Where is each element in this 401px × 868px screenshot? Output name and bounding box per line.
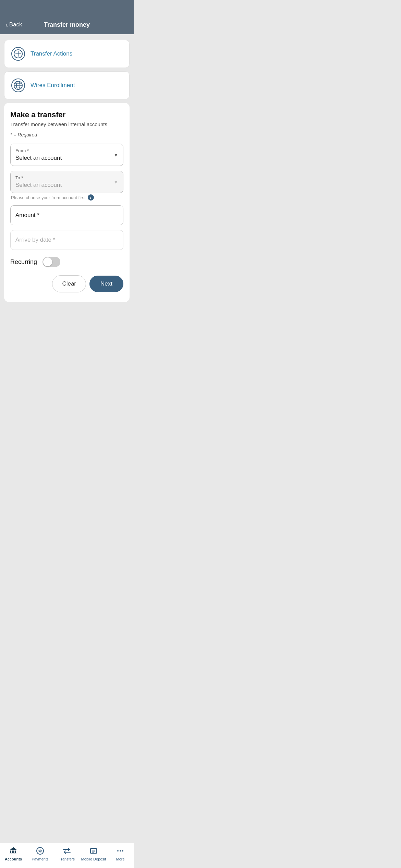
info-icon[interactable]: i	[88, 194, 94, 201]
recurring-label: Recurring	[10, 258, 37, 266]
form-title: Make a transfer	[10, 110, 123, 119]
transfer-form: Make a transfer Transfer money between i…	[4, 103, 130, 302]
helper-text-label: Please choose your from account first	[11, 195, 86, 200]
amount-label: Amount *	[15, 212, 39, 218]
transfer-actions-label: Transfer Actions	[31, 50, 72, 57]
to-helper-text: Please choose your from account first i	[10, 194, 123, 201]
to-value: Select an account	[15, 182, 118, 189]
plus-circle-icon	[11, 47, 25, 61]
to-account-select[interactable]: To * Select an account ▼	[10, 171, 123, 193]
clear-button[interactable]: Clear	[52, 275, 86, 292]
page-title: Transfer money	[44, 21, 90, 28]
from-label: From *	[15, 148, 118, 153]
recurring-toggle[interactable]	[42, 257, 60, 267]
form-buttons: Clear Next	[10, 275, 123, 294]
from-chevron-icon: ▼	[113, 152, 118, 158]
recurring-row: Recurring	[10, 257, 123, 267]
nav-header: ‹ Back Transfer money	[0, 15, 134, 34]
to-chevron-icon: ▼	[113, 179, 118, 185]
wires-enrollment-label: Wires Enrollment	[31, 82, 75, 89]
form-subtitle: Transfer money between internal accounts	[10, 121, 123, 127]
next-button[interactable]: Next	[89, 276, 123, 292]
main-content: Transfer Actions Wires Enrollment Make a…	[0, 34, 134, 336]
amount-field[interactable]: Amount *	[10, 205, 123, 225]
back-button[interactable]: ‹ Back	[5, 21, 22, 28]
back-chevron-icon: ‹	[5, 21, 8, 28]
date-placeholder: Arrive by date *	[15, 237, 55, 243]
transfer-actions-card[interactable]: Transfer Actions	[4, 40, 130, 68]
to-label: To *	[15, 175, 118, 180]
from-account-select[interactable]: From * Select an account ▼	[10, 144, 123, 166]
toggle-knob	[43, 257, 52, 266]
arrive-by-date-field[interactable]: Arrive by date *	[10, 230, 123, 250]
status-bar	[0, 0, 134, 15]
back-label: Back	[9, 21, 22, 28]
globe-icon	[11, 79, 25, 92]
required-note: * = Required	[10, 132, 123, 137]
from-value: Select an account	[15, 155, 118, 161]
wires-enrollment-card[interactable]: Wires Enrollment	[4, 71, 130, 99]
